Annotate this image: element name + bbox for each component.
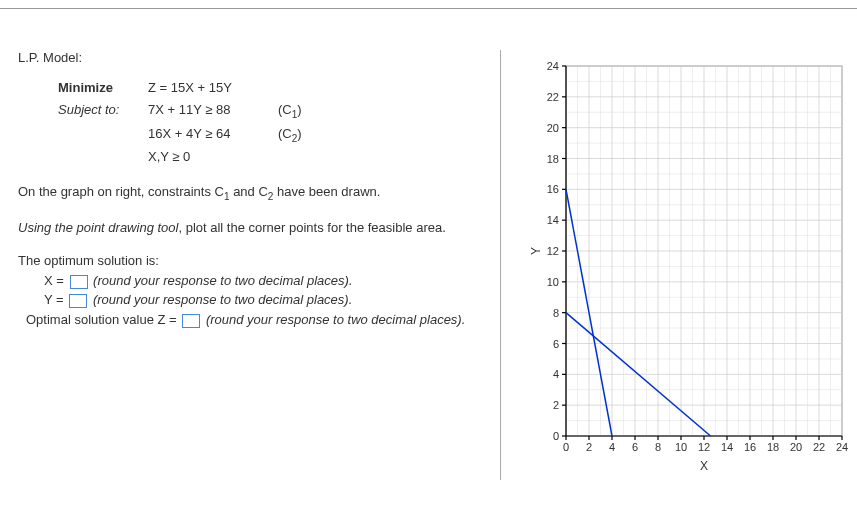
svg-text:6: 6 [553, 338, 559, 350]
lp-model-block: Minimize Z = 15X + 15Y Subject to: 7X + … [58, 77, 488, 168]
svg-text:22: 22 [813, 441, 825, 453]
svg-text:2: 2 [586, 441, 592, 453]
svg-text:4: 4 [609, 441, 615, 453]
svg-text:24: 24 [836, 441, 848, 453]
svg-text:6: 6 [632, 441, 638, 453]
svg-text:12: 12 [698, 441, 710, 453]
svg-text:Y: Y [530, 247, 543, 255]
y-input[interactable] [69, 294, 87, 308]
c1-name: (C1) [278, 99, 318, 123]
vertical-divider [500, 50, 501, 480]
svg-text:8: 8 [655, 441, 661, 453]
y-hint: (round your response to two decimal plac… [89, 292, 352, 307]
svg-text:X: X [700, 459, 708, 473]
svg-text:0: 0 [563, 441, 569, 453]
svg-text:16: 16 [744, 441, 756, 453]
subject-to-label: Subject to: [58, 99, 148, 123]
z-equals-label: Optimal solution value Z = [26, 312, 180, 327]
svg-text:10: 10 [547, 276, 559, 288]
optimum-section: The optimum solution is: X = (round your… [18, 251, 488, 329]
svg-text:20: 20 [790, 441, 802, 453]
c2-expr: 16X + 4Y ≥ 64 [148, 123, 278, 147]
nonneg-expr: X,Y ≥ 0 [148, 146, 278, 168]
svg-text:12: 12 [547, 245, 559, 257]
x-equals-label: X = [44, 273, 68, 288]
model-title: L.P. Model: [18, 50, 488, 65]
c2-name: (C2) [278, 123, 318, 147]
optimum-intro: The optimum solution is: [18, 251, 488, 271]
z-hint: (round your response to two decimal plac… [202, 312, 465, 327]
objective-expr: Z = 15X + 15Y [148, 77, 278, 99]
svg-text:10: 10 [675, 441, 687, 453]
c1-expr: 7X + 11Y ≥ 88 [148, 99, 278, 123]
svg-text:24: 24 [547, 60, 559, 72]
x-hint: (round your response to two decimal plac… [90, 273, 353, 288]
svg-text:22: 22 [547, 91, 559, 103]
tool-instruction: Using the point drawing tool, plot all t… [18, 218, 488, 238]
svg-text:14: 14 [721, 441, 733, 453]
z-input[interactable] [182, 314, 200, 328]
svg-text:4: 4 [553, 368, 559, 380]
svg-text:18: 18 [767, 441, 779, 453]
svg-text:20: 20 [547, 122, 559, 134]
svg-text:0: 0 [553, 430, 559, 442]
svg-text:14: 14 [547, 214, 559, 226]
y-equals-label: Y = [44, 292, 67, 307]
x-input[interactable] [70, 275, 88, 289]
svg-text:2: 2 [553, 399, 559, 411]
svg-text:8: 8 [553, 307, 559, 319]
svg-text:16: 16 [547, 183, 559, 195]
svg-text:18: 18 [547, 153, 559, 165]
graph-description: On the graph on right, constraints C1 an… [18, 182, 488, 204]
constraint-chart[interactable]: 0246810121416182022240246810121416182022… [530, 60, 850, 480]
minimize-label: Minimize [58, 77, 148, 99]
